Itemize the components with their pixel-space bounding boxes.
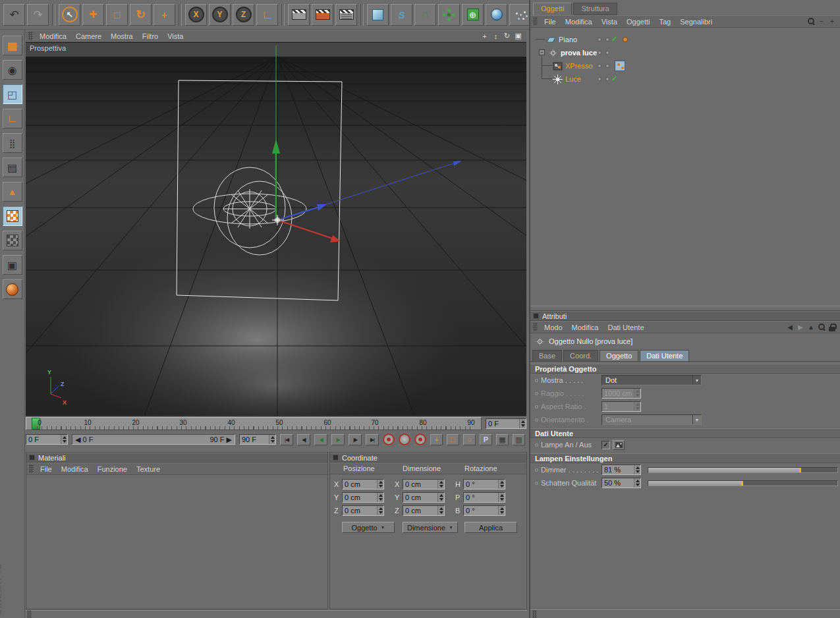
dim-y-field[interactable]: 0 cm (403, 492, 445, 503)
play-button[interactable]: ▶ (331, 434, 345, 445)
object-label[interactable]: Piano (559, 36, 577, 43)
prev-key-button[interactable]: ◀| (297, 434, 310, 445)
autokey-button[interactable] (399, 434, 410, 445)
raggio-field[interactable]: 1000 cm (602, 388, 641, 399)
stepper[interactable] (437, 480, 444, 489)
undo-button[interactable]: ↶ (3, 4, 25, 26)
rot-b-field[interactable]: 0 ° (463, 505, 505, 516)
record-selection-button[interactable] (414, 434, 426, 445)
key-rotation-button[interactable]: ○ (463, 434, 476, 445)
expand-toggle[interactable]: − (539, 49, 545, 55)
last-tool-button[interactable]: + (154, 4, 175, 26)
render-visibility-dot[interactable] (605, 38, 609, 42)
key-scale-button[interactable]: □ (447, 434, 459, 445)
lock-z-axis-button[interactable]: Z (233, 4, 254, 26)
texture-axis-mode-button[interactable] (3, 231, 22, 250)
stepper[interactable] (498, 493, 505, 502)
range-end-field[interactable]: 90 F (239, 434, 276, 445)
menu-tag[interactable]: Tag (654, 18, 675, 26)
expand-icon[interactable]: + (827, 17, 837, 26)
materials-title-bar[interactable]: Materiali (26, 453, 327, 463)
redo-button[interactable]: ↷ (27, 4, 49, 26)
edge-mode-button[interactable]: ▤ (3, 157, 22, 177)
schatten-slider[interactable] (648, 480, 838, 486)
texture-mode-button[interactable] (3, 206, 22, 226)
panel-splitter[interactable] (530, 306, 840, 311)
viewport-maximize-icon[interactable]: ▣ (513, 31, 524, 41)
dim-z-field[interactable]: 0 cm (403, 505, 445, 516)
drag-grip[interactable] (27, 610, 32, 618)
render-visibility-dot[interactable] (605, 77, 609, 81)
editor-visibility-dot[interactable] (598, 51, 602, 55)
section-dati-utente[interactable]: Dati Utente (530, 428, 840, 438)
add-spline-button[interactable]: S (391, 4, 412, 26)
key-position-button[interactable]: + (430, 434, 443, 445)
anim-dot[interactable] (535, 418, 538, 422)
preview-range-bar[interactable]: ◀ 0 F 90 F ▶ (72, 434, 235, 445)
stepper[interactable] (377, 506, 383, 515)
drag-grip[interactable] (533, 323, 538, 331)
render-visibility-dot[interactable] (605, 64, 609, 68)
enabled-check-icon[interactable]: ✓ (611, 74, 617, 83)
next-key-button[interactable]: |▶ (349, 434, 362, 445)
render-picture-button[interactable] (312, 4, 333, 26)
pos-y-field[interactable]: 0 cm (342, 492, 384, 503)
menu-mostra[interactable]: Mostra (106, 32, 138, 40)
menu-texture[interactable]: Texture (132, 465, 165, 473)
render-view-button[interactable] (288, 4, 310, 26)
viewport-zoom-icon[interactable]: ↕ (490, 31, 501, 41)
parent-up-icon[interactable]: ▲ (806, 323, 816, 332)
xpresso-tag-icon[interactable] (615, 61, 625, 71)
tree-row-luce[interactable]: Luce ✓ (530, 72, 840, 86)
editor-visibility-dot[interactable] (598, 38, 602, 42)
model-mode-button[interactable]: ◉ (3, 60, 22, 80)
object-tree[interactable]: − Piano ✓ prova luce XPresso (530, 28, 840, 306)
stepper[interactable] (498, 506, 505, 515)
dimmer-slider[interactable] (648, 467, 838, 473)
menu-modifica[interactable]: Modifica (57, 465, 93, 473)
range-right-arrow[interactable]: ▶ (227, 435, 232, 443)
record-keyframe-button[interactable] (383, 434, 395, 445)
add-deformer-button[interactable]: ⊕ (462, 4, 484, 26)
menu-modifica[interactable]: Modifica (567, 323, 603, 331)
goto-end-button[interactable]: ▶| (366, 434, 379, 445)
range-left-arrow[interactable]: ◀ (75, 435, 80, 443)
editor-visibility-dot[interactable] (598, 64, 602, 68)
tab-oggetto[interactable]: Oggetto (600, 350, 638, 361)
rotate-button[interactable]: ↻ (130, 4, 152, 26)
axis-mode-button[interactable]: ∟ (3, 109, 22, 128)
tab-dati-utente[interactable]: Dati Utente (640, 350, 689, 361)
add-environment-button[interactable] (486, 4, 507, 26)
menu-modifica[interactable]: Modifica (561, 18, 597, 26)
add-cube-button[interactable] (367, 4, 389, 26)
anim-dot[interactable] (535, 379, 538, 382)
stepper[interactable] (634, 465, 640, 474)
coord-system-button[interactable]: ∟ (256, 4, 278, 26)
search-icon[interactable] (816, 323, 827, 332)
search-icon[interactable] (806, 17, 816, 26)
make-editable-button[interactable]: ▩ (3, 36, 22, 55)
menu-oggetti[interactable]: Oggetti (622, 18, 654, 26)
viewport-rotate-icon[interactable]: ↻ (501, 31, 513, 41)
menu-funzione[interactable]: Funzione (93, 465, 132, 473)
object-label[interactable]: Luce (565, 75, 581, 83)
lock-icon[interactable] (827, 323, 837, 332)
render-visibility-dot[interactable] (605, 51, 609, 55)
attributes-title-bar[interactable]: Attributi (530, 311, 840, 321)
scale-button[interactable]: □ (106, 4, 128, 26)
move-button[interactable]: + (82, 4, 104, 26)
pos-z-field[interactable]: 0 cm (342, 505, 384, 516)
menu-file[interactable]: File (36, 465, 57, 473)
stepper[interactable] (377, 493, 383, 502)
render-settings-button[interactable] (335, 4, 357, 26)
mode-object-dropdown[interactable]: Oggetto▼ (342, 522, 395, 533)
drag-grip[interactable] (28, 32, 33, 40)
viewport-pan-icon[interactable]: + (479, 31, 490, 41)
keyframe-selection-button[interactable]: ▥ (513, 434, 525, 445)
tree-row-piano[interactable]: Piano ✓ (530, 33, 840, 46)
stepper[interactable] (634, 389, 640, 398)
add-hypernurbs-button[interactable]: ∩ (414, 4, 436, 26)
tab-struttura[interactable]: Struttura (573, 3, 617, 15)
lampe-checkbox[interactable]: ✓ (602, 441, 610, 449)
tree-row-xpresso[interactable]: XPresso (530, 59, 840, 72)
